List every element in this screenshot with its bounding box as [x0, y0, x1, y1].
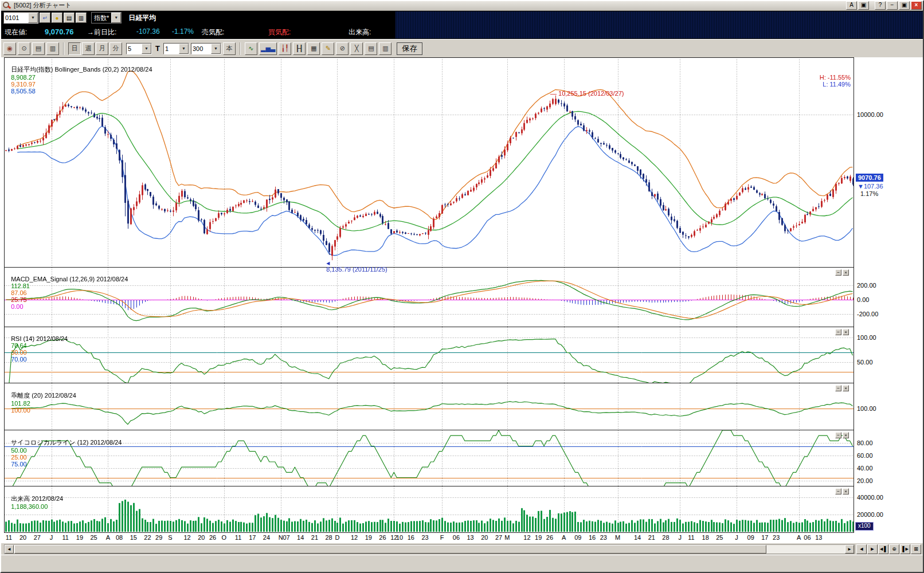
- grid-icon[interactable]: ▦: [307, 42, 320, 55]
- save-button[interactable]: 保存: [397, 42, 422, 55]
- restore-button[interactable]: ▣: [899, 1, 910, 10]
- x-axis-label: 22: [144, 534, 151, 541]
- period-minute-button[interactable]: 分: [109, 42, 122, 55]
- ask-label: 売気配:: [202, 28, 224, 37]
- x-axis-label: 10: [396, 534, 403, 541]
- interval-select-value[interactable]: [164, 44, 179, 54]
- x-axis-label: 13: [467, 534, 474, 541]
- layout-icon[interactable]: ▤: [365, 42, 377, 55]
- delete-icon[interactable]: ╳: [350, 42, 363, 55]
- macd-panel-header: MACD_EMA_Signal (12,26,9) 2012/08/24 112…: [7, 269, 131, 310]
- panel-collapse-button[interactable]: −: [835, 432, 841, 438]
- panel-close-button[interactable]: ×: [843, 385, 849, 391]
- x-axis-label: D: [335, 534, 339, 541]
- minute-select[interactable]: ▼: [126, 43, 152, 54]
- x-axis-label: 20: [481, 534, 488, 541]
- x-axis-label: 11: [235, 534, 241, 541]
- bars-count-select[interactable]: ▼: [191, 43, 221, 54]
- close-button[interactable]: ×: [911, 1, 922, 10]
- chevron-down-icon[interactable]: ▼: [28, 13, 38, 23]
- link-sheet-icon[interactable]: ▥: [76, 13, 87, 23]
- macd-chart-canvas[interactable]: [5, 268, 854, 327]
- scroll-first-button[interactable]: ◄▌: [878, 544, 888, 554]
- scroll-page-right-button[interactable]: ►: [867, 544, 878, 554]
- panel-separator: [4, 383, 854, 383]
- x-axis: 112027J111925A08152229S122026O111724N071…: [0, 534, 924, 543]
- panel-separator: [4, 430, 854, 430]
- period-day-button[interactable]: 日: [68, 42, 81, 55]
- ohlc-icon[interactable]: ┠┨: [293, 42, 306, 55]
- bar-chart-icon[interactable]: ▂▅▃: [259, 42, 277, 55]
- kairi-axis-tick: 100.00: [857, 405, 876, 412]
- category-select[interactable]: 指数* ▼: [91, 12, 122, 23]
- x-axis-label: 11: [6, 534, 12, 541]
- bollinger-sma-value: 8,908.27: [11, 74, 36, 81]
- current-price-badge: 9070.76: [856, 174, 883, 182]
- candlestick-icon[interactable]: ╽╿: [279, 42, 291, 55]
- panel-close-button[interactable]: ×: [843, 432, 849, 438]
- sheet-icon[interactable]: ▤: [64, 13, 75, 23]
- enter-icon[interactable]: ↵: [40, 13, 50, 23]
- copy-chart-icon[interactable]: ▥: [46, 42, 59, 55]
- scroll-left-arrow[interactable]: ◄: [5, 545, 14, 554]
- x-axis-label: 25: [90, 534, 97, 541]
- x-axis-label: A: [562, 534, 566, 541]
- scroll-last-button[interactable]: ▐►: [900, 544, 910, 554]
- minute-select-value[interactable]: [127, 44, 142, 54]
- panel-close-button[interactable]: ×: [843, 329, 849, 335]
- minimize-button[interactable]: −: [887, 1, 898, 10]
- x-axis-label: 11: [62, 534, 68, 541]
- horizontal-scrollbar[interactable]: ◄ ►: [4, 544, 855, 554]
- volume-chart-canvas[interactable]: [5, 486, 854, 533]
- panel-close-button[interactable]: ×: [843, 488, 849, 494]
- x-axis-label: 28: [662, 534, 669, 541]
- x-axis-label: M: [504, 534, 510, 541]
- scroll-add-button[interactable]: ⊕: [889, 544, 899, 554]
- stamp-icon[interactable]: ◉: [3, 42, 16, 55]
- chevron-down-icon[interactable]: ▼: [111, 13, 121, 23]
- draw-icon[interactable]: ✎: [322, 42, 334, 55]
- window-style-button[interactable]: ▣: [858, 1, 869, 10]
- bars-unit-button[interactable]: 本: [223, 42, 236, 55]
- zoom-icon[interactable]: ⊙: [18, 42, 30, 55]
- font-button[interactable]: A: [846, 1, 857, 10]
- bollinger-upper-value: 9,310.97: [11, 81, 36, 88]
- erase-icon[interactable]: ⊘: [336, 42, 349, 55]
- scroll-close-button[interactable]: ⊠: [911, 544, 921, 554]
- x-axis-label: J: [678, 534, 682, 541]
- high-percent: H: -11.55%: [820, 74, 851, 81]
- quote-bar: 現在値: 9,070.76 →前日比: -107.36 -1.17% 売気配: …: [0, 25, 924, 39]
- chevron-down-icon[interactable]: ▼: [211, 44, 221, 54]
- scroll-right-arrow[interactable]: ►: [845, 545, 854, 554]
- x-axis-label: 13: [815, 534, 822, 541]
- x-axis-label: A: [106, 534, 110, 541]
- template-icon[interactable]: ▥: [379, 42, 391, 55]
- panel-collapse-button[interactable]: −: [835, 329, 841, 335]
- x-axis-label: 25: [716, 534, 723, 541]
- psych-axis-tick: 20.00: [857, 477, 873, 484]
- panel-collapse-button[interactable]: −: [835, 385, 841, 391]
- window-title: [5002] 分析チャート: [14, 1, 71, 10]
- psych-panel-title: サイコロジカルライン (12) 2012/08/24: [11, 439, 122, 446]
- chevron-down-icon[interactable]: ▼: [179, 44, 189, 54]
- panel-collapse-button[interactable]: −: [835, 488, 841, 494]
- bars-count-value[interactable]: [191, 44, 211, 54]
- x-axis-label: 17: [761, 534, 768, 541]
- period-week-button[interactable]: 週: [82, 42, 95, 55]
- favorite-icon[interactable]: ●: [52, 13, 62, 23]
- period-month-button[interactable]: 月: [96, 42, 108, 55]
- app-logo-icon: [2, 1, 11, 10]
- symbol-code-input[interactable]: [4, 13, 28, 23]
- interval-select[interactable]: ▼: [163, 43, 189, 54]
- scroll-page-left-button[interactable]: ◄: [856, 544, 867, 554]
- scrollbar-thumb[interactable]: [14, 545, 766, 554]
- line-chart-icon[interactable]: ∿: [245, 42, 257, 55]
- panel-collapse-button[interactable]: −: [835, 269, 841, 276]
- kairi-chart-canvas[interactable]: [5, 383, 854, 430]
- help-button[interactable]: ?: [875, 1, 886, 10]
- rsi-chart-canvas[interactable]: [5, 327, 854, 383]
- panel-close-button[interactable]: ×: [843, 269, 849, 276]
- chevron-down-icon[interactable]: ▼: [142, 44, 151, 54]
- new-chart-icon[interactable]: ▤: [32, 42, 45, 55]
- psych-chart-canvas[interactable]: [5, 430, 854, 486]
